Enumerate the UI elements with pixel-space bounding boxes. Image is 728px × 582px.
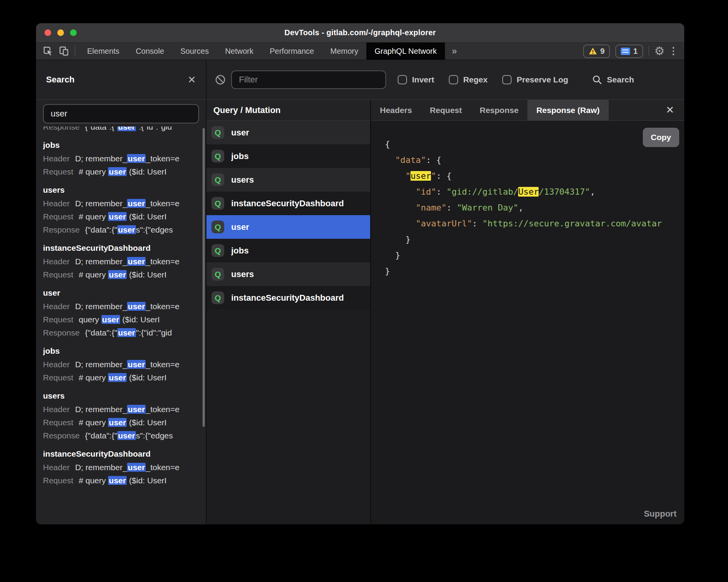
search-result-row-label: Response (43, 127, 80, 134)
warnings-badge[interactable]: 9 (583, 45, 610, 58)
invert-checkbox[interactable]: Invert (398, 75, 434, 84)
query-row-jobs[interactable]: Qjobs (206, 144, 370, 168)
search-result-row-content: query user ($id: UserI (79, 313, 160, 326)
filter-input[interactable] (231, 70, 386, 89)
search-result-row-label: Header (43, 461, 70, 474)
query-type-badge: Q (211, 268, 224, 281)
search-panel-scrollbar[interactable] (203, 128, 205, 427)
detail-tab-headers[interactable]: Headers (371, 100, 421, 120)
search-result-row-label: Header (43, 255, 70, 268)
search-result-row[interactable]: HeaderD; remember_user_token=e (43, 197, 199, 210)
search-result-row[interactable]: Response{"data":{"users":{"edges (43, 429, 199, 442)
search-result-operation-name[interactable]: instanceSecurityDashboard (43, 447, 199, 461)
preserve-log-checkbox[interactable]: Preserve Log (502, 75, 568, 84)
search-result-row[interactable]: Request# query user ($id: UserI (43, 371, 199, 384)
devtools-toolbar: ElementsConsoleSourcesNetworkPerformance… (36, 43, 684, 60)
text-segment: { (385, 139, 390, 149)
regex-checkbox[interactable]: Regex (449, 75, 488, 84)
detail-tab-response[interactable]: Response (471, 100, 527, 120)
highlighted-match: user (127, 154, 146, 163)
search-result-row-content: # query user ($id: UserI (79, 210, 167, 223)
tab-elements[interactable]: Elements (79, 43, 127, 60)
text-segment: "gid://gitlab/ (446, 187, 518, 197)
minimize-window-button[interactable] (57, 29, 64, 36)
search-result-row-label: Request (43, 416, 73, 429)
query-row-user[interactable]: Quser (206, 215, 370, 239)
search-result-row[interactable]: HeaderD; remember_user_token=e (43, 152, 199, 165)
zoom-window-button[interactable] (70, 29, 77, 36)
search-result-row[interactable]: HeaderD; remember_user_token=e (43, 255, 199, 268)
highlighted-match: user (117, 225, 136, 234)
search-result-row[interactable]: Response{"data":{"users":{"edges (43, 223, 199, 236)
search-result-operation-name[interactable]: instanceSecurityDashboard (43, 241, 199, 255)
search-result-row[interactable]: Request# query user ($id: UserI (43, 474, 199, 487)
search-result-row[interactable]: HeaderD; remember_user_token=e (43, 300, 199, 313)
search-result-operation-name[interactable]: jobs (43, 344, 199, 358)
query-type-badge: Q (211, 150, 224, 163)
search-result-row-label: Header (43, 403, 70, 416)
kebab-menu-icon[interactable] (670, 47, 677, 55)
text-segment: , (518, 203, 523, 212)
tab-performance[interactable]: Performance (262, 43, 323, 60)
detail-tabs: HeadersRequestResponseResponse (Raw) ✕ (371, 100, 684, 121)
tab-graphql-network[interactable]: GraphQL Network (366, 43, 445, 60)
search-input[interactable] (43, 104, 199, 123)
text-segment: " (405, 171, 410, 181)
tab-console[interactable]: Console (127, 43, 172, 60)
text-segment: ($id: UserI (127, 418, 167, 427)
response-raw-body: Copy { "data": { "user": { "id": "gid://… (371, 121, 684, 524)
close-window-button[interactable] (45, 29, 51, 36)
search-result-row[interactable]: Response{"data":{"user":{"id":"gid (43, 326, 199, 339)
checkbox-box[interactable] (502, 75, 512, 84)
tab-network[interactable]: Network (217, 43, 261, 60)
detail-close-icon[interactable]: ✕ (656, 100, 684, 120)
text-segment: query (79, 315, 101, 324)
json-line: "data": { (385, 152, 684, 168)
issues-badge[interactable]: 1 (615, 45, 643, 58)
search-result-row[interactable]: HeaderD; remember_user_token=e (43, 461, 199, 474)
copy-button[interactable]: Copy (643, 128, 680, 147)
tab-sources[interactable]: Sources (172, 43, 217, 60)
text-segment: " (431, 171, 436, 181)
detail-tab-request[interactable]: Request (421, 100, 471, 120)
highlighted-match: user (117, 127, 136, 131)
query-row-users[interactable]: Qusers (206, 262, 370, 286)
toggle-device-toolbar-icon[interactable] (58, 46, 69, 56)
settings-gear-icon[interactable]: ⚙ (654, 45, 665, 57)
search-result-operation-name[interactable]: users (43, 389, 199, 403)
query-row-user[interactable]: Quser (206, 121, 370, 144)
query-row-users[interactable]: Qusers (206, 168, 370, 192)
search-result-row-label: Header (43, 300, 70, 313)
checkbox-box[interactable] (398, 75, 407, 84)
detail-tab-response-raw[interactable]: Response (Raw) (527, 100, 608, 120)
query-row-instanceSecurityDashboard[interactable]: QinstanceSecurityDashboard (206, 192, 370, 215)
search-result-row[interactable]: Request# query user ($id: UserI (43, 165, 199, 178)
search-results-list: Response{"data":{"user":{"id":"gid jobsH… (36, 127, 206, 524)
search-result-operation-name[interactable]: user (43, 286, 199, 300)
search-result-operation-name[interactable]: users (43, 183, 199, 197)
search-result-row-content: {"data":{"users":{"edges (85, 223, 173, 236)
highlighted-match: user (127, 199, 146, 208)
search-result-partial-row[interactable]: Response{"data":{"user":{"id":"gid (43, 127, 199, 134)
search-toggle-button[interactable]: Search (592, 75, 634, 85)
text-segment: s":{"edges (136, 431, 173, 440)
tab-memory[interactable]: Memory (322, 43, 366, 60)
text-segment (385, 171, 405, 181)
search-result-row[interactable]: Request# query user ($id: UserI (43, 210, 199, 223)
inspect-element-icon[interactable] (42, 46, 53, 56)
support-link[interactable]: Support (644, 509, 676, 519)
more-tabs-button[interactable]: » (445, 43, 464, 60)
query-row-jobs[interactable]: Qjobs (206, 239, 370, 262)
clear-block-icon[interactable] (215, 74, 226, 85)
search-result-row[interactable]: Requestquery user ($id: UserI (43, 313, 199, 326)
query-row-label: jobs (231, 151, 249, 161)
search-result-row[interactable]: HeaderD; remember_user_token=e (43, 358, 199, 371)
search-result-row[interactable]: Request# query user ($id: UserI (43, 416, 199, 429)
text-segment: # query (79, 167, 108, 176)
search-panel-close-icon[interactable]: ✕ (187, 75, 196, 85)
search-result-operation-name[interactable]: jobs (43, 138, 199, 152)
query-row-instanceSecurityDashboard[interactable]: QinstanceSecurityDashboard (206, 286, 370, 310)
search-result-row[interactable]: HeaderD; remember_user_token=e (43, 403, 199, 416)
checkbox-box[interactable] (449, 75, 458, 84)
search-result-row[interactable]: Request# query user ($id: UserI (43, 268, 199, 281)
